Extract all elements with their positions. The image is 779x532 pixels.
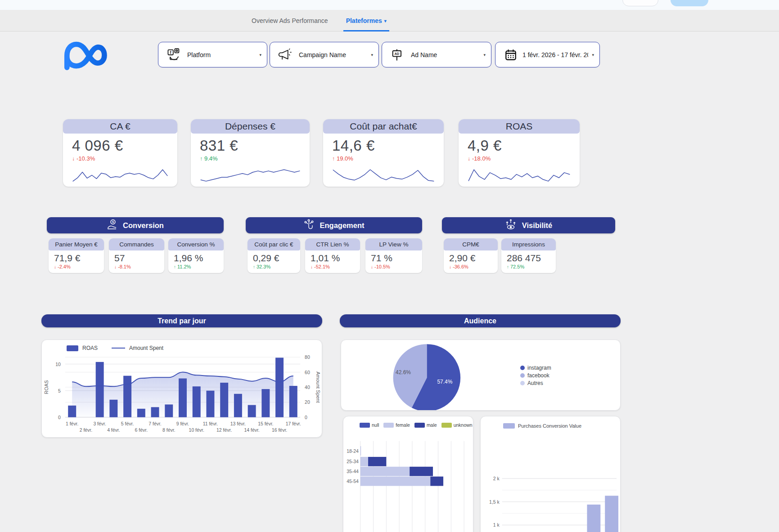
kpi-card-cout-par-achat: Coût par achat€ 14,6 € ↑ 19.0% — [323, 119, 444, 187]
kpi-value: 4 096 € — [63, 134, 177, 154]
metric-card-conversion-pct: Conversion % 1,96 % ↑ 11.2% — [168, 238, 224, 273]
trend-arrow-icon: ↑ — [174, 264, 176, 269]
svg-text:11 févr.: 11 févr. — [203, 421, 218, 426]
metric-value: 1,01 % — [305, 250, 360, 264]
svg-text:0: 0 — [58, 415, 61, 420]
metric-label: CPM€ — [444, 238, 498, 250]
kpi-title: ROAS — [459, 119, 580, 134]
chevron-down-icon: ▾ — [371, 53, 373, 57]
svg-text:1 févr.: 1 févr. — [66, 421, 78, 426]
chevron-down-icon: ▾ — [592, 53, 594, 57]
metric-label: Commandes — [109, 238, 164, 250]
toolbar-button-light[interactable] — [622, 0, 658, 6]
kpi-delta-value: 19.0% — [337, 155, 353, 162]
trend-arrow-icon: ↑ — [507, 264, 509, 269]
filter-platform-label: Platform — [187, 51, 256, 58]
metric-delta-value: -2.4% — [58, 264, 71, 269]
svg-text:2 févr.: 2 févr. — [80, 428, 92, 433]
trend-arrow-icon: ↑ — [200, 156, 203, 162]
trend-arrow-icon: ↓ — [72, 156, 75, 162]
filter-ad-name[interactable]: AD Ad Name ▾ — [382, 42, 491, 67]
group-header-conversion: S Conversion — [47, 217, 224, 233]
audience-chart-card[interactable]: 57.4%42.6% instagram facebook Autres — [341, 340, 621, 411]
legend-item-female: female — [383, 422, 410, 428]
filter-campaign-name[interactable]: Campaign Name ▾ — [270, 42, 379, 67]
svg-text:45-54: 45-54 — [347, 479, 359, 484]
metric-label: Impressions — [501, 238, 556, 250]
kpi-title: Dépenses € — [191, 119, 310, 134]
tab-plateformes-label: Plateformes — [346, 17, 382, 24]
tab-plateformes[interactable]: Plateformes ▾ — [343, 10, 389, 31]
svg-text:17 févr.: 17 févr. — [286, 421, 301, 426]
svg-text:57.4%: 57.4% — [437, 379, 452, 385]
trend-arrow-icon: ↓ — [468, 156, 470, 162]
kpi-sparkline — [200, 168, 301, 182]
purchases-legend: Purchases Conversion Value — [503, 423, 581, 429]
meta-logo — [61, 38, 111, 73]
svg-text:35-44: 35-44 — [347, 469, 359, 474]
svg-text:4 févr.: 4 févr. — [107, 428, 120, 433]
kpi-delta-value: -18.0% — [472, 155, 491, 162]
metric-delta-value: -52.1% — [314, 264, 330, 269]
svg-text:16 févr.: 16 févr. — [272, 428, 287, 433]
metric-card-commandes: Commandes 57 ↓ -8.1% — [109, 238, 164, 273]
age-gender-bar-chart[interactable]: 18-2425-3435-4445-54 — [343, 432, 473, 532]
trend-arrow-icon: ↑ — [332, 156, 335, 162]
kpi-delta: ↓ -18.0% — [459, 154, 580, 162]
legend-label: unknown — [454, 422, 473, 428]
metric-value: 286 475 — [501, 250, 556, 264]
svg-text:S: S — [112, 220, 114, 224]
purchases-chart-card[interactable]: Purchases Conversion Value 2 k1,5 k1 k — [480, 416, 621, 532]
metric-delta-value: -36.6% — [453, 264, 468, 269]
kpi-card-ca: CA € 4 096 € ↓ -10.3% — [63, 119, 177, 187]
kpi-delta: ↑ 19.0% — [323, 154, 444, 162]
metric-card-panier-moyen: Panier Moyen € 71,9 € ↓ -2.4% — [49, 238, 104, 273]
purchases-bar-chart[interactable]: 2 k1,5 k1 k — [481, 430, 620, 532]
trend-arrow-icon: ↓ — [371, 264, 373, 269]
filter-date-label: 1 févr. 2026 - 17 févr. 2026 — [522, 51, 588, 58]
purchases-swatch — [503, 423, 515, 429]
age-gender-chart-card[interactable]: null female male unknown 18-2425-3435-44… — [343, 416, 473, 532]
trend-chart-card[interactable]: ROAS Amount Spent 05100204060801 févr.2 … — [41, 340, 322, 438]
metric-value: 0,29 € — [248, 250, 300, 264]
toolbar-button-blue[interactable] — [671, 0, 708, 6]
metric-label: Coût par clic € — [248, 238, 300, 250]
svg-text:20: 20 — [305, 400, 310, 405]
trend-combo-chart[interactable]: 05100204060801 févr.2 févr.3 févr.4 févr… — [42, 340, 322, 438]
filter-platform[interactable]: f Platform ▾ — [158, 42, 267, 67]
kpi-delta: ↑ 9.4% — [191, 154, 310, 162]
svg-text:1 k: 1 k — [493, 523, 500, 528]
kpi-sparkline — [72, 168, 168, 182]
filter-date-range[interactable]: 1 févr. 2026 - 17 févr. 2026 ▾ — [495, 42, 600, 67]
metric-delta: ↑ 32.3% — [248, 264, 300, 269]
audience-pie-chart[interactable]: 57.4%42.6% — [341, 340, 620, 411]
tab-overview-ads-performance[interactable]: Overview Ads Performance — [249, 10, 331, 31]
kpi-delta-value: 9.4% — [204, 155, 218, 162]
metric-delta: ↓ -8.1% — [109, 264, 164, 269]
svg-text:f: f — [170, 50, 172, 54]
metric-card-impressions: Impressions 286 475 ↑ 72.5% — [501, 238, 556, 273]
kpi-delta: ↓ -10.3% — [63, 154, 177, 162]
legend-item-autres: Autres — [520, 380, 551, 386]
group-title: Conversion — [123, 221, 164, 230]
metric-delta-value: 11.2% — [177, 264, 191, 269]
kpi-delta-value: -10.3% — [77, 155, 95, 162]
facebook-dot — [520, 373, 525, 378]
metric-label: LP View % — [365, 238, 422, 250]
kpi-card-depenses: Dépenses € 831 € ↑ 9.4% — [191, 119, 310, 187]
svg-text:40: 40 — [305, 385, 310, 390]
metric-card-lp-view: LP View % 71 % ↓ -10.5% — [365, 238, 422, 273]
legend-item-facebook: facebook — [520, 372, 551, 379]
trend-arrow-icon: ↓ — [449, 264, 451, 269]
audience-legend: instagram facebook Autres — [520, 365, 551, 386]
metric-value: 71,9 € — [49, 250, 104, 264]
metric-card-ctr-lien: CTR Lien % 1,01 % ↓ -52.1% — [305, 238, 360, 273]
svg-text:3 févr.: 3 févr. — [93, 421, 106, 426]
svg-text:Amount Spent: Amount Spent — [315, 371, 321, 402]
metric-delta: ↓ -52.1% — [305, 264, 360, 269]
instagram-dot — [520, 366, 525, 370]
svg-text:9 févr.: 9 févr. — [176, 421, 189, 426]
svg-text:7 févr.: 7 févr. — [149, 421, 161, 426]
report-tabs: Overview Ads Performance Plateformes ▾ — [249, 10, 389, 31]
legend-label: facebook — [527, 372, 549, 379]
